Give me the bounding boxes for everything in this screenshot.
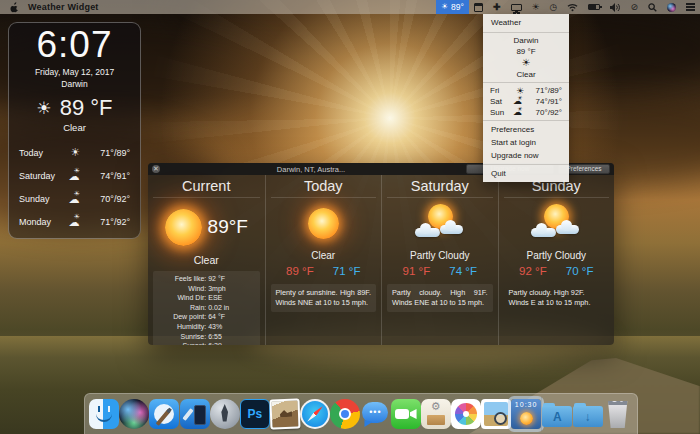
dock-xcode[interactable] [149,399,179,429]
dock-chrome[interactable] [330,399,360,429]
dock-installer[interactable] [421,399,451,429]
dock-photoshop[interactable]: Ps [240,399,270,429]
menubar-temperature: 89° [451,2,464,12]
dock-photos[interactable] [451,399,481,429]
dropdown-forecast-row: Sun ☀☁ 70°/92° [483,107,569,118]
dock-xcode-device[interactable] [180,399,210,429]
dock-finder[interactable] [89,399,119,429]
partly-cloudy-icon: ☀☁ [63,215,88,229]
menu-item-quit[interactable]: Quit [483,167,569,180]
desktop-weather-widget: 6:07 Friday, May 12, 2017 Darwin ☀ 89 °F… [8,22,141,239]
dock-facetime[interactable] [391,399,421,429]
image-file-icon [269,398,300,429]
detail-label: Wind: [157,284,208,294]
dock-applications-folder[interactable]: A [542,399,572,429]
sun-icon [165,209,202,246]
trash-icon [607,401,629,428]
weather-app-icon: 10:30 [511,399,541,429]
forecast-range: 74°/91° [528,97,562,106]
clock-date: Friday, May 12, 2017 [9,67,140,77]
active-app-title[interactable]: Weather Widget [28,2,99,12]
window-title: Darwin, NT, Austra... [160,165,462,174]
column-header: Saturday [387,178,493,198]
sun-icon [308,208,339,239]
day-description: Partly cloudy. High 92F. Winds E at 10 t… [504,284,610,312]
menubar-weather-item[interactable]: ☀ 89° [436,0,469,14]
dock-preview[interactable] [481,399,511,429]
detail-label: Sunrise: [157,332,208,342]
time-machine-icon[interactable]: ◷ [545,0,563,14]
partly-cloudy-icon [529,204,583,242]
detail-value: 6:29 [208,341,255,345]
column-header: Today [271,178,377,198]
dock-downloads-folder[interactable]: ↓ [573,399,603,429]
widget-city: Darwin [9,79,140,89]
menu-bar: Weather Widget ☀ 89° ✚ ☀ ◷ ⊘ [0,0,700,14]
close-button[interactable]: ✕ [152,165,160,173]
clock-time: 6:07 [9,25,140,65]
low-temperature: 74 °F [449,265,477,277]
forecast-row: Today ☀ 71°/89° [19,141,130,164]
xcode-icon [149,399,179,429]
dock-messages[interactable] [360,399,390,429]
current-condition: Clear [153,254,260,266]
menu-separator [483,82,569,83]
weather-app-clock: 10:30 [511,401,541,408]
dock-safari[interactable] [300,399,330,429]
window-manager-icon[interactable] [469,0,488,14]
menu-separator [483,164,569,165]
apple-menu-icon[interactable] [10,2,19,13]
forecast-day: Monday [19,217,63,227]
partly-cloudy-icon: ☀☁ [63,169,88,183]
notification-center-icon[interactable] [681,0,700,14]
current-temperature: 89°F [208,216,248,238]
wifi-icon[interactable] [562,0,583,14]
detail-label: Dew point: [157,312,208,322]
detail-value: 64 °F [208,312,255,322]
battery-icon[interactable] [583,0,605,14]
low-temperature: 71 °F [333,265,361,277]
dock-weather-widget[interactable]: 10:30 [511,399,541,429]
health-plus-icon[interactable]: ✚ [488,0,506,14]
menu-item-start-at-login[interactable]: Start at login [483,136,569,149]
current-details: Feels like:92 °F Wind:3mph Wind Dir:ESE … [153,271,260,345]
menu-separator [483,120,569,121]
high-temperature: 92 °F [519,265,547,277]
menu-item-preferences[interactable]: Preferences [483,123,569,136]
timer-icon[interactable]: ⊘ [625,0,643,14]
high-temperature: 91 °F [403,265,431,277]
preview-icon [481,399,511,429]
spotlight-search-icon[interactable] [643,0,662,14]
dock-rocket-app[interactable] [210,399,240,429]
forecast-row: Sunday ☀☁ 70°/92° [19,187,130,210]
column-today: Today Clear 89 °F 71 °F Plenty of sunshi… [265,175,382,345]
xcode-device-icon [180,399,210,429]
partly-cloudy-icon [413,204,467,242]
day-condition: Partly Cloudy [387,250,493,261]
dock-trash[interactable] [603,399,633,429]
dropdown-app-name: Weather [483,14,569,30]
volume-icon[interactable] [605,0,625,14]
dock: Ps 10:30 A ↓ [84,393,638,434]
forecast-day: Sunday [19,194,63,204]
dock-siri[interactable] [119,399,149,429]
siri-icon[interactable] [662,0,681,14]
installer-icon [421,399,451,429]
detail-value: 92 °F [208,274,255,284]
display-icon[interactable] [506,0,527,14]
detail-label: Feels like: [157,274,208,284]
forecast-range: 74°/91° [88,171,130,181]
detail-label: Humidity: [157,322,208,332]
day-description: Partly cloudy. High 91F. Winds ENE at 10… [387,284,493,312]
widget-condition: Clear [9,122,140,133]
day-condition: Clear [271,250,377,261]
dock-image-file[interactable] [270,399,300,429]
brightness-icon[interactable]: ☀ [527,0,545,14]
high-temperature: 89 °F [286,265,314,277]
low-temperature: 70 °F [566,265,594,277]
detail-label: Wind Dir: [157,293,208,303]
downloads-folder-icon: ↓ [573,406,603,427]
dropdown-temperature: 89 °F [483,46,569,57]
column-sunday: Sunday Partly Cloudy 92 °F 70 °F Partly … [498,175,615,345]
menu-item-upgrade-now[interactable]: Upgrade now [483,149,569,162]
